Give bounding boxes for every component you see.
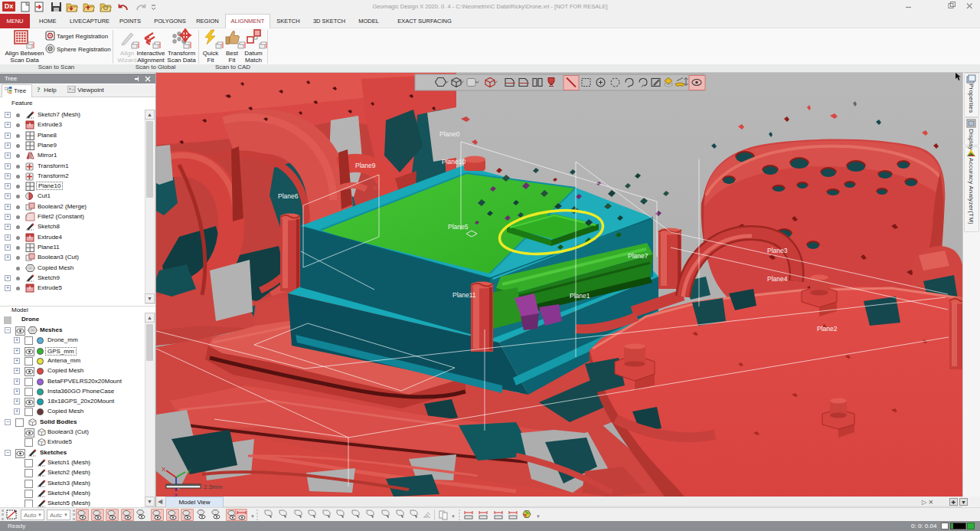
svg-text:X: X [162,466,166,473]
svg-text:2.5mm: 2.5mm [204,483,223,490]
svg-text:Plane0: Plane0 [439,130,460,138]
svg-text:?: ? [37,86,41,93]
svg-text:Plane2: Plane2 [817,325,838,333]
svg-text:Plane11: Plane11 [452,291,476,299]
svg-text:Plane5: Plane5 [448,223,469,231]
svg-text:Plane1: Plane1 [570,292,590,300]
svg-text:Plane7: Plane7 [628,252,648,260]
svg-text:Plane6: Plane6 [278,192,299,200]
svg-text:Plane4: Plane4 [767,275,788,283]
svg-text:Plane3: Plane3 [767,247,788,254]
svg-text:Plane10: Plane10 [442,158,466,166]
svg-text:Y: Y [187,468,191,475]
svg-text:Plane9: Plane9 [355,162,376,169]
